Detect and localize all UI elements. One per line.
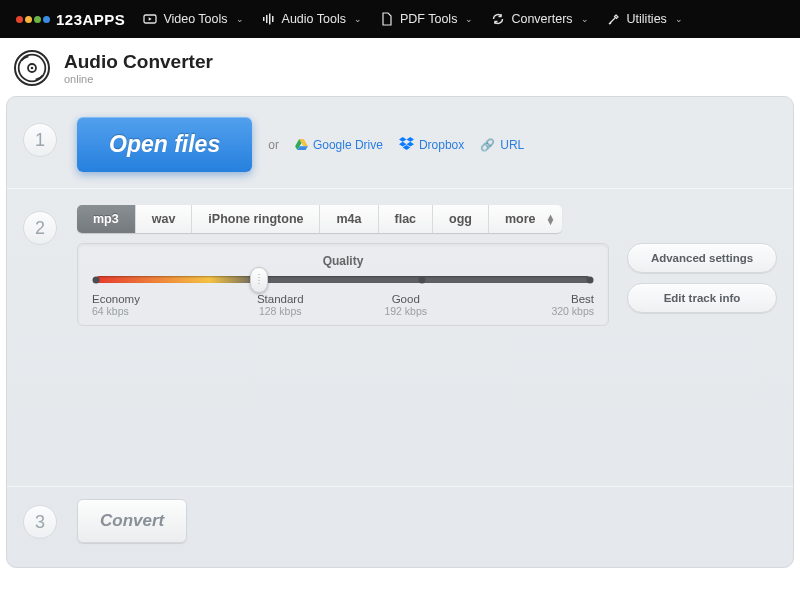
brand-logo[interactable]: 123APPS: [16, 11, 125, 28]
quality-panel: Quality Economy64 kbps Standard128 kbps …: [77, 243, 609, 326]
convert-button[interactable]: Convert: [77, 499, 187, 543]
video-icon: [143, 12, 157, 26]
or-text: or: [268, 138, 279, 152]
nav-video-tools[interactable]: Video Tools⌄: [143, 12, 243, 26]
quality-level-economy: Economy64 kbps: [92, 293, 218, 317]
logo-dot-icon: [16, 16, 23, 23]
audio-bars-icon: [262, 12, 276, 26]
quality-title: Quality: [92, 254, 594, 268]
quality-level-best: Best320 kbps: [469, 293, 595, 317]
updown-icon: ▴▾: [548, 214, 553, 224]
chevron-down-icon: ⌄: [465, 14, 473, 24]
tools-icon: [607, 12, 621, 26]
open-files-button[interactable]: Open files: [77, 117, 252, 172]
slider-handle[interactable]: [250, 267, 268, 293]
step-3: 3 Convert: [23, 489, 777, 553]
svg-rect-2: [266, 15, 268, 23]
step-2: 2 mp3 wav iPhone ringtone m4a flac ogg m…: [23, 195, 777, 336]
format-tab-wav[interactable]: wav: [136, 205, 193, 233]
top-nav: 123APPS Video Tools⌄ Audio Tools⌄ PDF To…: [0, 0, 800, 38]
logo-dot-icon: [43, 16, 50, 23]
source-dropbox[interactable]: Dropbox: [399, 137, 464, 153]
logo-dot-icon: [34, 16, 41, 23]
step-1: 1 Open files or Google Drive Dropbox 🔗 U…: [23, 107, 777, 182]
chevron-down-icon: ⌄: [581, 14, 589, 24]
app-title: Audio Converter: [64, 51, 213, 73]
step-number-3: 3: [23, 505, 57, 539]
slider-tick: [587, 276, 594, 283]
document-icon: [380, 12, 394, 26]
svg-point-7: [31, 67, 34, 70]
format-tabs: mp3 wav iPhone ringtone m4a flac ogg mor…: [77, 205, 562, 233]
nav-audio-tools[interactable]: Audio Tools⌄: [262, 12, 362, 26]
format-tab-mp3[interactable]: mp3: [77, 205, 136, 233]
format-tab-more[interactable]: more▴▾: [489, 205, 562, 233]
quality-slider[interactable]: [96, 276, 590, 283]
divider: [7, 486, 793, 487]
quality-level-good: Good192 kbps: [343, 293, 469, 317]
edit-track-info-button[interactable]: Edit track info: [627, 283, 777, 313]
slider-tick: [419, 276, 426, 283]
format-tab-flac[interactable]: flac: [379, 205, 434, 233]
chevron-down-icon: ⌄: [236, 14, 244, 24]
advanced-settings-button[interactable]: Advanced settings: [627, 243, 777, 273]
svg-rect-3: [269, 14, 271, 25]
logo-dot-icon: [25, 16, 32, 23]
chevron-down-icon: ⌄: [675, 14, 683, 24]
google-drive-icon: [295, 139, 308, 150]
nav-utilities[interactable]: Utilities⌄: [607, 12, 683, 26]
app-disc-icon: [14, 50, 50, 86]
nav-pdf-tools[interactable]: PDF Tools⌄: [380, 12, 473, 26]
refresh-icon: [491, 12, 505, 26]
step-number-2: 2: [23, 211, 57, 245]
link-icon: 🔗: [480, 138, 495, 152]
svg-rect-1: [263, 17, 265, 21]
source-url[interactable]: 🔗 URL: [480, 138, 524, 152]
app-header: Audio Converter online: [0, 38, 800, 96]
format-tab-m4a[interactable]: m4a: [320, 205, 378, 233]
divider: [7, 188, 793, 189]
quality-level-standard: Standard128 kbps: [218, 293, 344, 317]
source-google-drive[interactable]: Google Drive: [295, 138, 383, 152]
step-number-1: 1: [23, 123, 57, 157]
slider-tick: [93, 276, 100, 283]
dropbox-icon: [399, 137, 414, 153]
brand-name: 123APPS: [56, 11, 125, 28]
chevron-down-icon: ⌄: [354, 14, 362, 24]
svg-rect-4: [272, 16, 274, 22]
app-subtitle: online: [64, 73, 213, 85]
format-tab-iphone[interactable]: iPhone ringtone: [192, 205, 320, 233]
format-tab-ogg[interactable]: ogg: [433, 205, 489, 233]
nav-converters[interactable]: Converters⌄: [491, 12, 588, 26]
main-stage: 1 Open files or Google Drive Dropbox 🔗 U…: [6, 96, 794, 568]
